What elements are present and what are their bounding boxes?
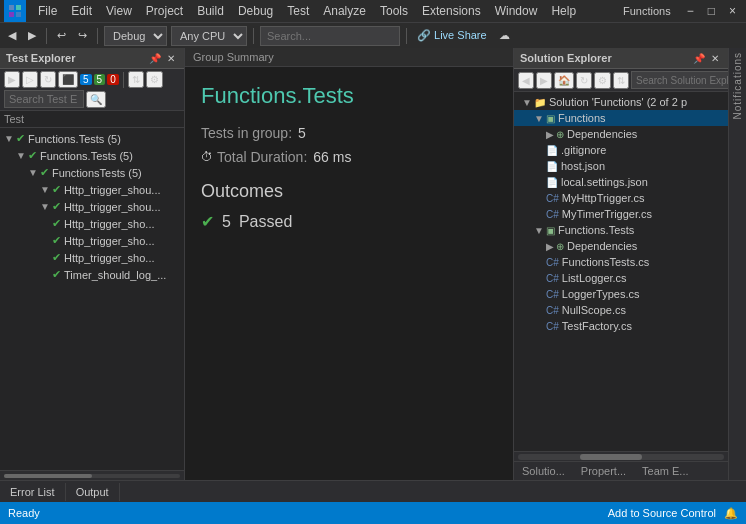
se-toolbar: ◀ ▶ 🏠 ↻ ⚙ ⇅ 🔍 [514,69,728,92]
tree-item-timer[interactable]: ✔ Timer_should_log_... [0,266,184,283]
tree-item-http-leaf-2[interactable]: ✔ Http_trigger_sho... [0,232,184,249]
settings-button[interactable]: ⚙ [146,71,163,88]
dep-icon: ⊕ [556,241,564,252]
source-control-button[interactable]: Add to Source Control [608,507,716,519]
panel-close-button[interactable]: ✕ [164,51,178,65]
tree-item-label: Http_trigger_sho... [64,252,155,264]
minimize-button[interactable]: − [681,2,700,20]
app-title: Functions [615,5,679,17]
toolbar-search-input[interactable] [260,26,400,46]
stop-button[interactable]: ⬛ [58,71,78,88]
json-icon: 📄 [546,177,558,188]
se-item-solution[interactable]: ▼ 📁 Solution 'Functions' (2 of 2 p [514,94,728,110]
redo-button[interactable]: ↪ [74,27,91,44]
se-item-mytimertrigger[interactable]: C# MyTimerTrigger.cs [514,206,728,222]
bell-icon[interactable]: 🔔 [724,507,738,520]
se-item-testfactory[interactable]: C# TestFactory.cs [514,318,728,334]
cs-icon: C# [546,305,559,316]
debug-config-select[interactable]: Debug [104,26,167,46]
tree-item-http-leaf-3[interactable]: ✔ Http_trigger_sho... [0,249,184,266]
menu-project[interactable]: Project [140,2,189,20]
tree-item-label: Timer_should_log_... [64,269,166,281]
git-icon: 📄 [546,145,558,156]
se-back-button[interactable]: ◀ [518,72,534,89]
tab-output[interactable]: Output [66,483,120,501]
pass-icon: ✔ [40,166,49,179]
se-item-functions-tests-project[interactable]: ▼ ▣ Functions.Tests [514,222,728,238]
tree-item-functions-tests-top[interactable]: ▼ ✔ Functions.Tests (5) [0,130,184,147]
maximize-button[interactable]: □ [702,2,721,20]
menu-file[interactable]: File [32,2,63,20]
se-scrollbar[interactable] [514,451,728,461]
menu-help[interactable]: Help [545,2,582,20]
center-panel: Group Summary Functions.Tests Tests in g… [185,48,513,480]
gs-duration-label: Total Duration: [217,149,307,165]
pass-icon: ✔ [52,251,61,264]
se-fwd-button[interactable]: ▶ [536,72,552,89]
tree-item-http-leaf-1[interactable]: ✔ Http_trigger_sho... [0,215,184,232]
outcomes-pass-icon: ✔ [201,212,214,231]
se-home-button[interactable]: 🏠 [554,72,574,89]
se-filter-button[interactable]: ⇅ [613,72,629,89]
se-item-listlogger[interactable]: C# ListLogger.cs [514,270,728,286]
se-tab-properties[interactable]: Propert... [573,462,634,480]
sort-button[interactable]: ⇅ [128,71,144,88]
se-item-myhttptrigger[interactable]: C# MyHttpTrigger.cs [514,190,728,206]
menu-view[interactable]: View [100,2,138,20]
tree-item-http-1[interactable]: ▼ ✔ Http_trigger_shou... [0,181,184,198]
se-close-button[interactable]: ✕ [708,51,722,65]
se-item-dep-1[interactable]: ▶ ⊕ Dependencies [514,126,728,142]
tree-item-functions-tests-1[interactable]: ▼ ✔ Functions.Tests (5) [0,147,184,164]
se-pin-button[interactable]: 📌 [692,51,706,65]
se-item-label: TestFactory.cs [562,320,632,332]
se-item-local-settings[interactable]: 📄 local.settings.json [514,174,728,190]
se-item-gitignore[interactable]: 📄 .gitignore [514,142,728,158]
se-tab-solution[interactable]: Solutio... [514,462,573,480]
chevron-icon: ▼ [16,150,26,161]
tree-item-functionstests[interactable]: ▼ ✔ FunctionsTests (5) [0,164,184,181]
se-item-functions-project[interactable]: ▼ ▣ Functions [514,110,728,126]
gs-duration-value: 66 ms [313,149,351,165]
se-item-dep-2[interactable]: ▶ ⊕ Dependencies [514,238,728,254]
platform-select[interactable]: Any CPU [171,26,247,46]
menu-test[interactable]: Test [281,2,315,20]
tab-error-list[interactable]: Error List [0,483,66,501]
menu-bar: File Edit View Project Build Debug Test … [0,0,746,22]
forward-button[interactable]: ▶ [24,27,40,44]
back-button[interactable]: ◀ [4,27,20,44]
refresh-button[interactable]: ↻ [40,71,56,88]
se-item-loggertypes[interactable]: C# LoggerTypes.cs [514,286,728,302]
tree-item-http-2[interactable]: ▼ ✔ Http_trigger_shou... [0,198,184,215]
menu-tools[interactable]: Tools [374,2,414,20]
menu-window[interactable]: Window [489,2,544,20]
chevron-icon: ▼ [534,113,544,124]
svg-rect-1 [16,5,21,10]
test-scrollbar[interactable] [0,470,184,480]
menu-analyze[interactable]: Analyze [317,2,372,20]
menu-build[interactable]: Build [191,2,230,20]
se-item-nullscope[interactable]: C# NullScope.cs [514,302,728,318]
run-all-button[interactable]: ▶ [4,71,20,88]
se-item-functionstests-cs[interactable]: C# FunctionsTests.cs [514,254,728,270]
chevron-icon: ▼ [40,201,50,212]
se-settings-btn[interactable]: ⚙ [594,72,611,89]
scrollbar-thumb [4,474,92,478]
menu-extensions[interactable]: Extensions [416,2,487,20]
se-tab-team[interactable]: Team E... [634,462,696,480]
se-refresh-button[interactable]: ↻ [576,72,592,89]
run-all-play-button[interactable]: ▷ [22,71,38,88]
close-button[interactable]: × [723,2,742,20]
se-controls: 📌 ✕ [692,51,722,65]
separator-1 [46,28,47,44]
test-search-button[interactable]: 🔍 [86,91,106,108]
undo-button[interactable]: ↩ [53,27,70,44]
se-item-host-json[interactable]: 📄 host.json [514,158,728,174]
pin-button[interactable]: 📌 [148,51,162,65]
panel-controls: 📌 ✕ [148,51,178,65]
menu-edit[interactable]: Edit [65,2,98,20]
test-search-input[interactable] [4,90,84,108]
feedback-button[interactable]: ☁ [495,27,514,44]
se-item-label: Dependencies [567,240,637,252]
live-share-button[interactable]: 🔗 Live Share [413,27,491,44]
menu-debug[interactable]: Debug [232,2,279,20]
